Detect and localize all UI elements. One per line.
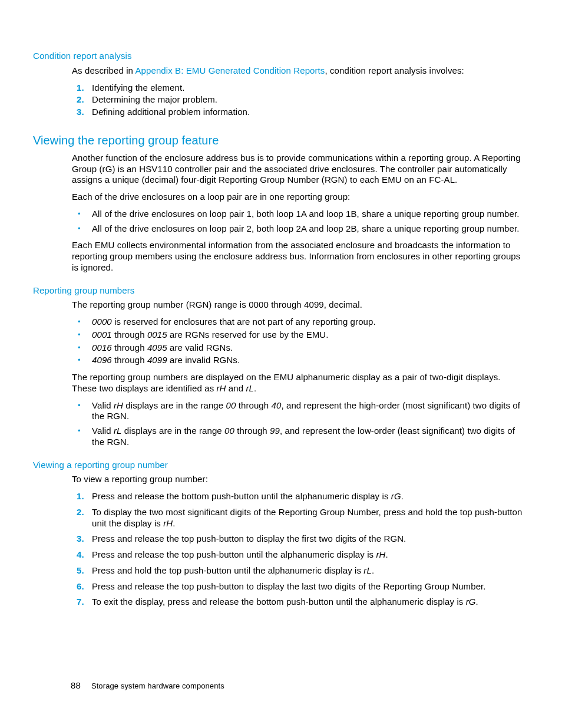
list-item: •4096 through 4099 are invalid RGNs. bbox=[72, 355, 525, 366]
list-text: 0001 through 0015 are RGNs reserved for … bbox=[92, 330, 525, 341]
list-marker: 5. bbox=[72, 565, 92, 577]
section1-intro: As described in Appendix B: EMU Generate… bbox=[72, 65, 525, 77]
section1-list: 1.Identifying the element. 2.Determining… bbox=[72, 83, 525, 118]
list-text: Press and release the top push-button to… bbox=[92, 581, 525, 592]
list-text: 0016 through 4095 are valid RGNs. bbox=[92, 342, 525, 354]
list-item: •All of the drive enclosures on loop pai… bbox=[72, 223, 525, 235]
list-text: Determining the major problem. bbox=[92, 94, 525, 106]
list-text: Press and hold the top push-button until… bbox=[92, 565, 525, 577]
list-text: Identifying the element. bbox=[92, 83, 525, 94]
heading-condition-report-analysis: Condition report analysis bbox=[33, 51, 527, 62]
list-marker: 3. bbox=[72, 533, 92, 545]
list-item: 2.Determining the major problem. bbox=[72, 94, 525, 106]
list-text: To display the two most significant digi… bbox=[92, 507, 525, 529]
list-marker: 6. bbox=[72, 581, 92, 592]
section1-body: As described in Appendix B: EMU Generate… bbox=[72, 65, 525, 118]
list-text: To exit the display, press and release t… bbox=[92, 597, 525, 608]
paragraph: Each EMU collects environmental informat… bbox=[72, 240, 525, 273]
section3-bullets2: •Valid rH displays are in the range 00 t… bbox=[72, 400, 525, 448]
link-appendix-b[interactable]: Appendix B: EMU Generated Condition Repo… bbox=[135, 65, 325, 75]
paragraph: Another function of the enclosure addres… bbox=[72, 153, 525, 186]
bullet-icon: • bbox=[72, 330, 92, 340]
section3-body: The reporting group number (RGN) range i… bbox=[72, 299, 525, 447]
list-item: 2.To display the two most significant di… bbox=[72, 507, 525, 529]
section2-bullets: •All of the drive enclosures on loop pai… bbox=[72, 209, 525, 235]
section4-steps: 1.Press and release the bottom push-butt… bbox=[72, 491, 525, 608]
page-number: 88 bbox=[71, 680, 81, 690]
list-item: •Valid rH displays are in the range 00 t… bbox=[72, 400, 525, 423]
list-item: 1.Press and release the bottom push-butt… bbox=[72, 491, 525, 502]
list-marker: 7. bbox=[72, 597, 92, 608]
list-text: Press and release the bottom push-button… bbox=[92, 491, 525, 502]
section4-body: To view a reporting group number: 1.Pres… bbox=[72, 474, 525, 608]
list-item: 5.Press and hold the top push-button unt… bbox=[72, 565, 525, 577]
bullet-icon: • bbox=[72, 355, 92, 365]
footer-title: Storage system hardware components bbox=[91, 681, 224, 690]
heading-viewing-a-reporting-group-number: Viewing a reporting group number bbox=[33, 460, 527, 471]
list-item: 4.Press and release the top push-button … bbox=[72, 549, 525, 561]
list-marker: 1. bbox=[72, 83, 92, 94]
list-text: Press and release the top push-button un… bbox=[92, 549, 525, 561]
list-text: Defining additional problem information. bbox=[92, 107, 525, 118]
list-item: 3.Defining additional problem informatio… bbox=[72, 107, 525, 118]
list-text: All of the drive enclosures on loop pair… bbox=[92, 223, 525, 235]
list-item: •Valid rL displays are in the range 00 t… bbox=[72, 426, 525, 448]
text: As described in bbox=[72, 65, 135, 75]
list-marker: 4. bbox=[72, 549, 92, 561]
list-item: 1.Identifying the element. bbox=[72, 83, 525, 94]
list-item: •0001 through 0015 are RGNs reserved for… bbox=[72, 330, 525, 341]
paragraph: The reporting group numbers are displaye… bbox=[72, 372, 525, 394]
bullet-icon: • bbox=[72, 400, 92, 411]
list-item: 7.To exit the display, press and release… bbox=[72, 597, 525, 608]
paragraph: To view a reporting group number: bbox=[72, 474, 525, 485]
section3-bullets1: •0000 is reserved for enclosures that ar… bbox=[72, 317, 525, 366]
list-marker: 2. bbox=[72, 94, 92, 106]
list-text: 0000 is reserved for enclosures that are… bbox=[92, 317, 525, 328]
list-text: Valid rH displays are in the range 00 th… bbox=[92, 400, 525, 423]
list-item: •0016 through 4095 are valid RGNs. bbox=[72, 342, 525, 354]
list-text: 4096 through 4099 are invalid RGNs. bbox=[92, 355, 525, 366]
paragraph: The reporting group number (RGN) range i… bbox=[72, 299, 525, 311]
bullet-icon: • bbox=[72, 209, 92, 219]
heading-viewing-reporting-group-feature: Viewing the reporting group feature bbox=[33, 133, 527, 148]
list-marker: 3. bbox=[72, 107, 92, 118]
list-item: 3.Press and release the top push-button … bbox=[72, 533, 525, 545]
bullet-icon: • bbox=[72, 426, 92, 436]
bullet-icon: • bbox=[72, 342, 92, 353]
paragraph: Each of the drive enclosures on a loop p… bbox=[72, 192, 525, 203]
page-footer: 88Storage system hardware components bbox=[71, 680, 224, 691]
list-item: •0000 is reserved for enclosures that ar… bbox=[72, 317, 525, 328]
list-text: All of the drive enclosures on loop pair… bbox=[92, 209, 525, 220]
page: Condition report analysis As described i… bbox=[0, 0, 562, 728]
section2-body: Another function of the enclosure addres… bbox=[72, 153, 525, 274]
list-item: 6.Press and release the top push-button … bbox=[72, 581, 525, 592]
heading-reporting-group-numbers: Reporting group numbers bbox=[33, 285, 527, 297]
bullet-icon: • bbox=[72, 317, 92, 327]
list-marker: 2. bbox=[72, 507, 92, 518]
list-text: Valid rL displays are in the range 00 th… bbox=[92, 426, 525, 448]
list-item: •All of the drive enclosures on loop pai… bbox=[72, 209, 525, 220]
text: , condition report analysis involves: bbox=[325, 65, 464, 75]
list-marker: 1. bbox=[72, 491, 92, 502]
list-text: Press and release the top push-button to… bbox=[92, 533, 525, 545]
bullet-icon: • bbox=[72, 223, 92, 234]
